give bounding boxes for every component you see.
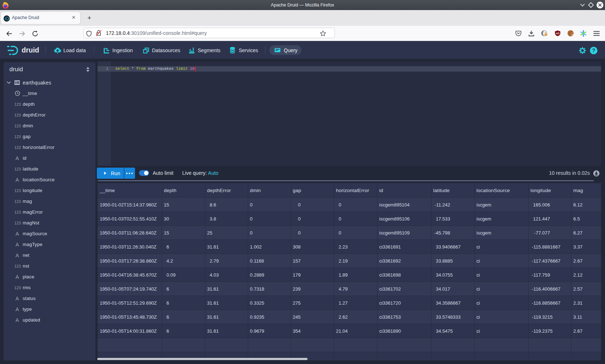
svg-text:uO: uO [556,32,560,35]
